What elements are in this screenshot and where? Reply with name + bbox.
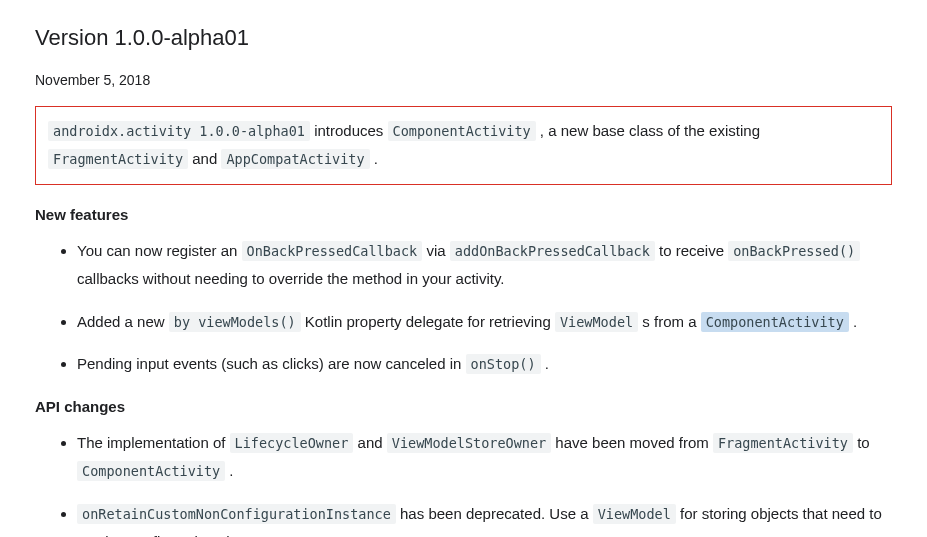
list-item: You can now register an OnBackPressedCal… [77, 237, 892, 294]
item-text: has been deprecated. Use a [396, 505, 593, 522]
item-text: You can now register an [77, 242, 242, 259]
item-text: via [422, 242, 450, 259]
item-text: Kotlin property delegate for retrieving [301, 313, 555, 330]
version-heading: Version 1.0.0-alpha01 [35, 20, 892, 55]
item-text: callbacks without needing to override th… [77, 270, 504, 287]
item-text: . [541, 355, 549, 372]
item-text: s from a [638, 313, 701, 330]
code-class: OnBackPressedCallback [242, 241, 423, 261]
code-artifact: androidx.activity 1.0.0-alpha01 [48, 121, 310, 141]
section-new-features: New features [35, 203, 892, 227]
item-text: and [353, 434, 386, 451]
new-features-list: You can now register an OnBackPressedCal… [35, 237, 892, 379]
intro-text: introduces [310, 122, 388, 139]
list-item: Added a new by viewModels() Kotlin prope… [77, 308, 892, 337]
api-changes-list: The implementation of LifecycleOwner and… [35, 429, 892, 537]
code-method: onStop() [466, 354, 541, 374]
item-text: . [849, 313, 857, 330]
code-class-highlighted: ComponentActivity [701, 312, 849, 332]
item-text: have been moved from [551, 434, 713, 451]
code-class: ViewModelStoreOwner [387, 433, 551, 453]
code-class: ViewModel [555, 312, 638, 332]
list-item: The implementation of LifecycleOwner and… [77, 429, 892, 486]
intro-text: . [370, 150, 378, 167]
list-item: Pending input events (such as clicks) ar… [77, 350, 892, 379]
code-class: ComponentActivity [388, 121, 536, 141]
item-text: Added a new [77, 313, 169, 330]
intro-text: and [188, 150, 221, 167]
code-method: onBackPressed() [728, 241, 860, 261]
code-class: FragmentActivity [48, 149, 188, 169]
item-text: Pending input events (such as clicks) ar… [77, 355, 466, 372]
code-method: onRetainCustomNonConfigurationInstance [77, 504, 396, 524]
intro-text: , a new base class of the existing [536, 122, 760, 139]
item-text: . [225, 462, 233, 479]
release-date: November 5, 2018 [35, 69, 892, 91]
code-delegate: by viewModels() [169, 312, 301, 332]
intro-box: androidx.activity 1.0.0-alpha01 introduc… [35, 106, 892, 185]
list-item: onRetainCustomNonConfigurationInstance h… [77, 500, 892, 537]
code-class: FragmentActivity [713, 433, 853, 453]
item-text: to receive [655, 242, 728, 259]
section-api-changes: API changes [35, 395, 892, 419]
item-text: to [853, 434, 870, 451]
code-method: addOnBackPressedCallback [450, 241, 655, 261]
code-class: AppCompatActivity [221, 149, 369, 169]
code-class: ComponentActivity [77, 461, 225, 481]
code-class: LifecycleOwner [230, 433, 354, 453]
code-class: ViewModel [593, 504, 676, 524]
item-text: The implementation of [77, 434, 230, 451]
